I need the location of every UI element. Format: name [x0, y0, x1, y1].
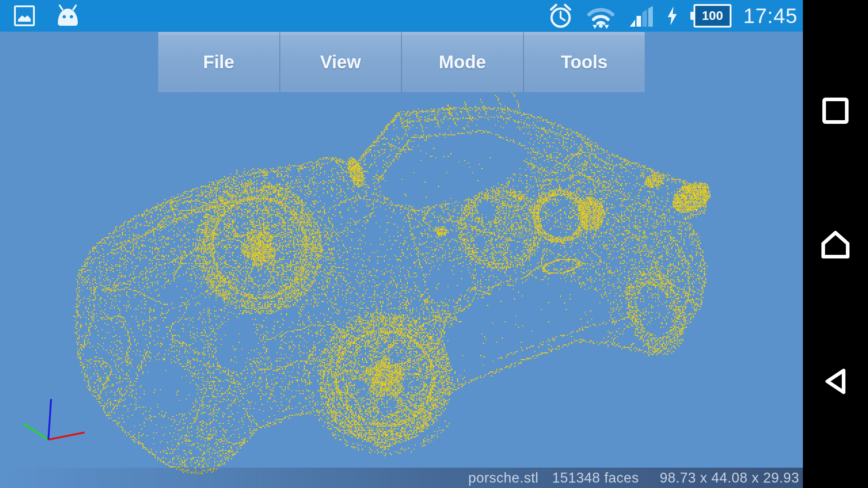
menu-file-button[interactable]: File: [158, 32, 279, 92]
android-nav-bar: [803, 0, 868, 488]
menu-file-label: File: [203, 52, 234, 72]
app-menu-bar: File View Mode Tools: [158, 32, 645, 92]
signal-icon: [628, 4, 654, 28]
model-dimensions: 98.73 x 44.08 x 29.93: [660, 470, 799, 486]
battery-level: 100: [702, 9, 723, 23]
recents-square-icon: [821, 96, 850, 126]
wifi-icon: [585, 2, 616, 29]
model-viewport[interactable]: 100 17:45 File View Mode Tools porsche.s…: [0, 0, 803, 488]
model-face-count: 151348 faces: [552, 470, 639, 486]
charging-icon: [666, 5, 679, 26]
android-status-bar: 100 17:45: [0, 0, 803, 32]
model-filename: porsche.stl: [468, 470, 538, 486]
menu-tools-label: Tools: [561, 52, 608, 72]
menu-tools-button[interactable]: Tools: [523, 32, 645, 92]
screenshot-icon: [14, 5, 35, 27]
menu-mode-label: Mode: [439, 52, 486, 72]
menu-view-button[interactable]: View: [279, 32, 401, 92]
android-icon: [55, 4, 80, 28]
model-info-bar: porsche.stl 151348 faces 98.73 x 44.08 x…: [0, 468, 803, 488]
home-icon: [820, 230, 851, 260]
home-button[interactable]: [820, 230, 851, 260]
alarm-icon: [547, 3, 574, 29]
recents-button[interactable]: [821, 96, 850, 126]
menu-view-label: View: [320, 52, 361, 72]
status-time: 17:45: [743, 4, 797, 28]
menu-mode-button[interactable]: Mode: [401, 32, 523, 92]
back-triangle-icon: [822, 367, 849, 396]
back-button[interactable]: [822, 367, 849, 396]
battery-icon: 100: [690, 4, 731, 28]
